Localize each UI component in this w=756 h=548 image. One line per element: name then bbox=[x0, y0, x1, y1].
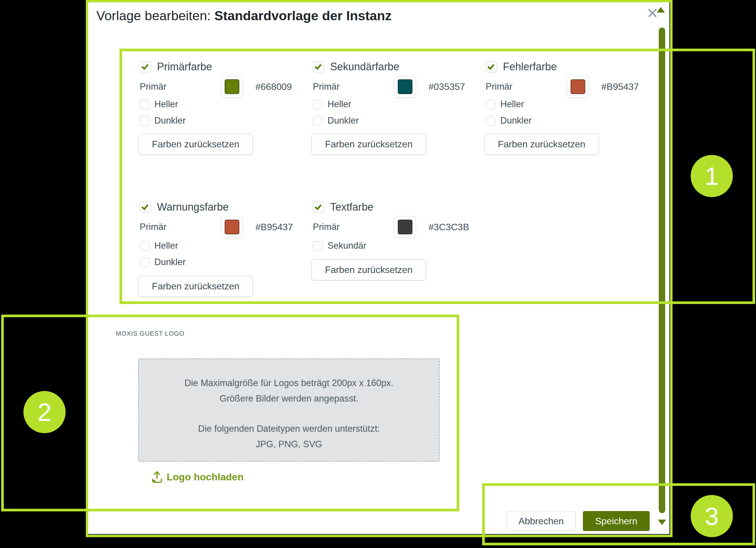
dialog-title: Vorlage bearbeiten: Standardvorlage der … bbox=[96, 8, 392, 23]
dialog-title-prefix: Vorlage bearbeiten: bbox=[96, 8, 214, 23]
annotation-rect-logo bbox=[1, 315, 459, 511]
annotation-badge-2: 2 bbox=[23, 391, 66, 433]
annotation-rect-colors bbox=[120, 49, 755, 304]
annotation-badge-1: 1 bbox=[691, 155, 733, 197]
annotation-badge-3: 3 bbox=[691, 495, 733, 537]
scroll-up-arrow-icon[interactable] bbox=[657, 7, 665, 13]
dialog-title-template-name: Standardvorlage der Instanz bbox=[214, 8, 392, 23]
